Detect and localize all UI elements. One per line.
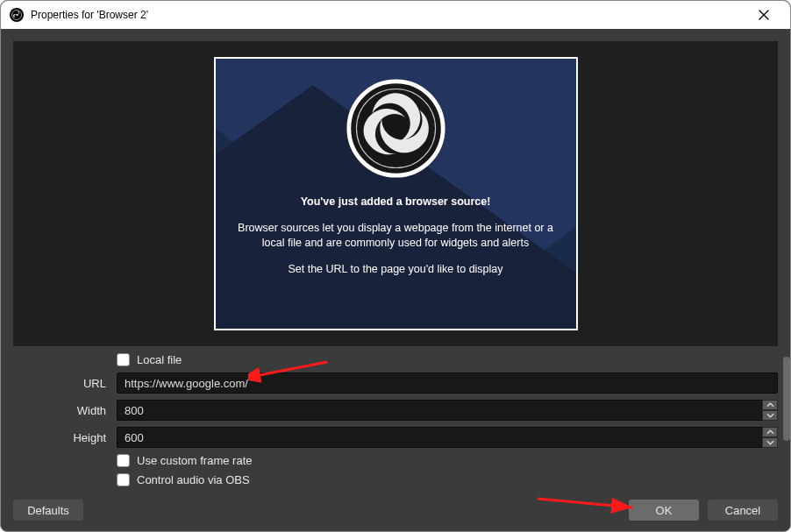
control-audio-label: Control audio via OBS xyxy=(137,473,250,486)
width-input[interactable] xyxy=(117,400,762,421)
obs-logo-icon xyxy=(346,78,446,179)
url-label: URL xyxy=(13,377,117,390)
close-button[interactable] xyxy=(746,1,781,29)
control-audio-checkbox[interactable] xyxy=(117,473,130,486)
preview-headline: You've just added a browser source! xyxy=(301,195,491,210)
window-title: Properties for 'Browser 2' xyxy=(31,9,148,21)
scrollbar[interactable] xyxy=(783,357,790,441)
width-step-up[interactable] xyxy=(762,400,778,410)
height-step-down[interactable] xyxy=(762,437,778,448)
cancel-button[interactable]: Cancel xyxy=(708,500,778,521)
ok-button[interactable]: OK xyxy=(629,500,699,521)
url-input[interactable] xyxy=(117,372,778,394)
preview-content: You've just added a browser source! Brow… xyxy=(216,59,576,329)
width-label: Width xyxy=(13,404,117,417)
preview-description: Browser sources let you display a webpag… xyxy=(232,221,560,252)
button-bar: Defaults OK Cancel xyxy=(1,500,790,531)
local-file-checkbox[interactable] xyxy=(117,353,130,366)
local-file-checkbox-row[interactable]: Local file xyxy=(117,353,778,366)
height-step-up[interactable] xyxy=(762,427,778,437)
height-input[interactable] xyxy=(117,427,762,448)
preview-card: You've just added a browser source! Brow… xyxy=(214,57,578,330)
preview-area: You've just added a browser source! Brow… xyxy=(13,41,778,346)
custom-fps-checkbox[interactable] xyxy=(117,454,130,467)
control-audio-checkbox-row[interactable]: Control audio via OBS xyxy=(117,473,778,486)
dialog-body: You've just added a browser source! Brow… xyxy=(1,29,790,531)
defaults-button[interactable]: Defaults xyxy=(13,500,83,521)
custom-fps-checkbox-row[interactable]: Use custom frame rate xyxy=(117,454,778,467)
local-file-label: Local file xyxy=(137,353,182,366)
height-label: Height xyxy=(13,431,117,444)
form-area: Local file URL Width xyxy=(1,353,790,500)
preview-cta: Set the URL to the page you'd like to di… xyxy=(288,262,502,278)
width-step-down[interactable] xyxy=(762,410,778,421)
obs-app-icon xyxy=(10,8,24,22)
titlebar: Properties for 'Browser 2' xyxy=(1,1,790,29)
custom-fps-label: Use custom frame rate xyxy=(137,454,253,467)
properties-dialog: Properties for 'Browser 2' xyxy=(0,0,791,532)
